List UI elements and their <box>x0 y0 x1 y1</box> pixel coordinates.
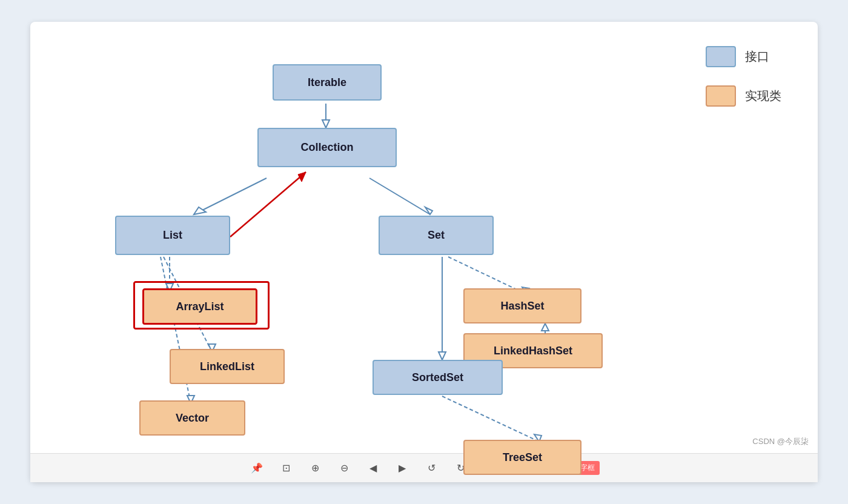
legend-interface-label: 接口 <box>745 48 769 65</box>
toolbar-next[interactable]: ▶ <box>394 460 411 477</box>
svg-marker-17 <box>542 323 549 331</box>
svg-marker-5 <box>425 207 432 214</box>
legend-impl: 实现类 <box>706 85 781 107</box>
legend: 接口 实现类 <box>706 46 781 107</box>
toolbar-pin[interactable]: 📌 <box>248 460 265 477</box>
legend-interface-box <box>706 46 736 67</box>
toolbar: 📌 ⊡ ⊕ ⊖ ◀ ▶ ↺ ↻ 🗑 🖨 ∧ 文字框 <box>30 453 818 482</box>
svg-line-20 <box>230 172 306 237</box>
toolbar-prev[interactable]: ◀ <box>365 460 382 477</box>
diagram-area: Iterable Collection List Set ArrayList L… <box>30 22 818 453</box>
svg-marker-3 <box>194 207 206 214</box>
legend-interface: 接口 <box>706 46 781 67</box>
legend-impl-label: 实现类 <box>745 88 781 104</box>
node-vector: Vector <box>139 400 245 436</box>
svg-marker-15 <box>439 352 446 360</box>
node-arraylist: ArrayList <box>142 288 257 325</box>
node-set: Set <box>379 216 494 255</box>
svg-marker-21 <box>298 172 306 182</box>
node-iterable: Iterable <box>273 64 382 101</box>
node-treeset: TreeSet <box>463 440 581 475</box>
main-container: Iterable Collection List Set ArrayList L… <box>30 22 818 482</box>
svg-marker-1 <box>322 120 330 128</box>
toolbar-zoom-in[interactable]: ⊕ <box>306 460 323 477</box>
watermark: CSDN @今辰柒 <box>752 436 809 447</box>
svg-line-18 <box>442 396 539 442</box>
toolbar-undo[interactable]: ↺ <box>423 460 440 477</box>
node-collection: Collection <box>257 128 397 167</box>
node-linkedlist: LinkedList <box>170 349 285 384</box>
node-sortedset: SortedSet <box>373 360 503 395</box>
toolbar-zoom-out[interactable]: ⊖ <box>336 460 353 477</box>
node-hashset: HashSet <box>463 288 581 323</box>
svg-line-4 <box>369 178 430 214</box>
toolbar-crop[interactable]: ⊡ <box>277 460 294 477</box>
legend-impl-box <box>706 85 736 107</box>
svg-line-2 <box>194 178 267 214</box>
node-list: List <box>115 216 230 255</box>
